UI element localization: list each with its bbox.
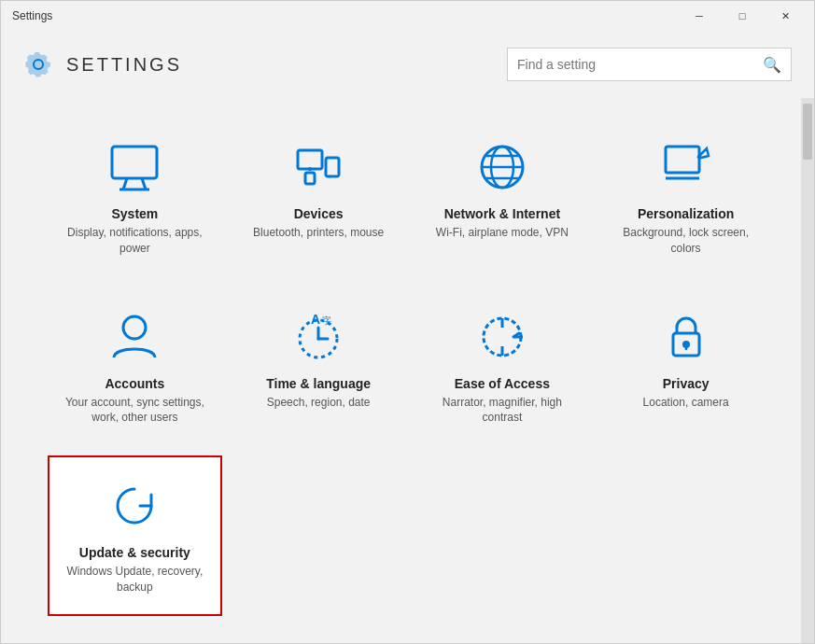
svg-line-1 [123, 178, 127, 189]
setting-name-system: System [111, 206, 158, 221]
setting-item-time[interactable]: A 字 Time & language Speech, region, date [232, 287, 406, 447]
svg-text:A: A [311, 312, 320, 327]
setting-desc-system: Display, notifications, apps, power [59, 225, 211, 257]
personalization-icon [656, 137, 716, 197]
system-icon [105, 137, 164, 197]
maximize-button[interactable]: □ [721, 1, 764, 31]
ease-icon [472, 307, 532, 367]
close-button[interactable]: ✕ [764, 1, 807, 31]
scrollbar[interactable] [801, 98, 814, 643]
minimize-button[interactable]: ─ [678, 1, 721, 31]
main-content: System Display, notifications, apps, pow… [1, 98, 801, 643]
setting-item-devices[interactable]: Devices Bluetooth, printers, mouse [232, 117, 406, 277]
setting-desc-privacy: Location, camera [643, 395, 729, 411]
header-title: SETTINGS [66, 54, 182, 76]
setting-desc-accounts: Your account, sync settings, work, other… [59, 395, 211, 427]
svg-point-8 [329, 175, 331, 178]
network-icon [472, 137, 532, 197]
setting-name-time: Time & language [266, 376, 371, 391]
titlebar: Settings ─ □ ✕ [1, 1, 814, 31]
svg-rect-5 [326, 158, 339, 176]
scrollbar-thumb[interactable] [803, 104, 812, 160]
setting-desc-time: Speech, region, date [267, 395, 371, 411]
search-icon[interactable]: 🔍 [763, 56, 781, 74]
devices-icon [288, 137, 348, 197]
settings-grid: System Display, notifications, apps, pow… [48, 117, 773, 616]
setting-name-devices: Devices [294, 206, 344, 221]
svg-rect-14 [666, 147, 699, 173]
setting-name-network: Network & Internet [444, 206, 560, 221]
titlebar-title: Settings [12, 9, 52, 22]
content: System Display, notifications, apps, pow… [1, 98, 814, 643]
svg-rect-6 [305, 173, 315, 184]
settings-logo-icon [23, 49, 53, 79]
search-box[interactable]: 🔍 [507, 48, 792, 81]
setting-item-personalization[interactable]: Personalization Background, lock screen,… [598, 117, 773, 277]
header-left: SETTINGS [23, 49, 182, 79]
privacy-icon [656, 307, 716, 367]
svg-rect-4 [298, 150, 322, 169]
setting-desc-ease: Narrator, magnifier, high contrast [427, 395, 579, 427]
setting-name-privacy: Privacy [663, 376, 710, 391]
setting-item-network[interactable]: Network & Internet Wi-Fi, airplane mode,… [415, 117, 590, 277]
svg-rect-0 [112, 147, 157, 178]
setting-desc-update: Windows Update, recovery, backup [59, 564, 211, 595]
setting-name-personalization: Personalization [638, 206, 734, 221]
setting-name-update: Update & security [79, 545, 190, 560]
svg-line-2 [142, 178, 146, 189]
settings-window: Settings ─ □ ✕ SETTINGS 🔍 [0, 0, 815, 644]
setting-name-accounts: Accounts [105, 376, 164, 391]
setting-desc-personalization: Background, lock screen, colors [610, 225, 762, 257]
setting-desc-network: Wi-Fi, airplane mode, VPN [436, 225, 569, 241]
header: SETTINGS 🔍 [1, 31, 814, 98]
time-icon: A 字 [288, 307, 348, 367]
setting-item-update[interactable]: Update & security Windows Update, recove… [48, 455, 222, 616]
accounts-icon [105, 307, 164, 367]
titlebar-controls: ─ □ ✕ [678, 1, 807, 31]
svg-point-17 [123, 316, 146, 339]
svg-point-7 [308, 167, 312, 171]
svg-text:字: 字 [322, 315, 331, 326]
setting-item-accounts[interactable]: Accounts Your account, sync settings, wo… [48, 287, 222, 447]
setting-desc-devices: Bluetooth, printers, mouse [253, 225, 384, 241]
setting-item-privacy[interactable]: Privacy Location, camera [598, 287, 773, 447]
setting-item-ease[interactable]: Ease of Access Narrator, magnifier, high… [415, 287, 590, 447]
setting-name-ease: Ease of Access [455, 376, 550, 391]
search-input[interactable] [517, 57, 763, 72]
update-icon [105, 476, 164, 536]
setting-item-system[interactable]: System Display, notifications, apps, pow… [48, 117, 222, 277]
